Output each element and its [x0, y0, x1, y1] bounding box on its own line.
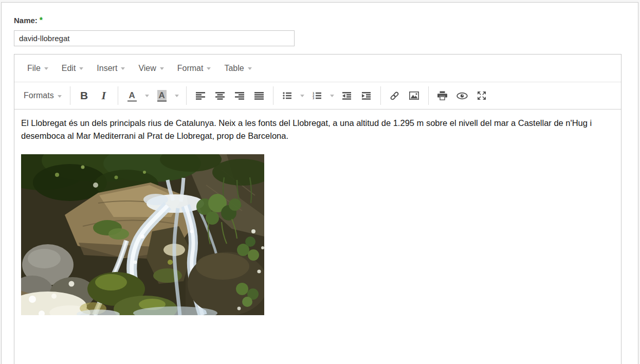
- insert-link-button[interactable]: [386, 87, 404, 104]
- toolbar-group-basic: B I: [70, 86, 118, 105]
- italic-icon: I: [101, 89, 106, 102]
- italic-button[interactable]: I: [95, 87, 113, 104]
- chevron-down-icon: [160, 67, 164, 70]
- text-color-icon: A: [127, 90, 137, 102]
- numbered-list-button[interactable]: 123: [308, 87, 326, 104]
- fullscreen-button[interactable]: [473, 87, 490, 104]
- fullscreen-icon: [477, 91, 486, 100]
- page-frame: Name:* File Edit Insert View Format: [1, 2, 638, 364]
- indent-button[interactable]: [358, 87, 375, 104]
- chevron-down-icon[interactable]: [330, 95, 334, 97]
- bold-icon: B: [80, 89, 88, 102]
- chevron-down-icon[interactable]: [300, 95, 304, 97]
- menu-view-label: View: [138, 64, 156, 73]
- menu-format-label: Format: [177, 64, 204, 73]
- image-icon: [409, 92, 419, 100]
- background-color-button[interactable]: A: [153, 87, 171, 104]
- chevron-down-icon: [121, 67, 125, 70]
- numbered-list-icon: 123: [313, 92, 321, 100]
- name-label: Name:: [14, 16, 38, 25]
- menu-file-label: File: [27, 64, 41, 73]
- bullet-list-button[interactable]: [279, 87, 296, 104]
- formats-label: Formats: [24, 91, 54, 100]
- waterfall-photo[interactable]: [21, 154, 264, 315]
- bold-button[interactable]: B: [76, 87, 93, 104]
- menu-table-label: Table: [224, 64, 244, 73]
- chevron-down-icon: [248, 67, 252, 70]
- align-left-icon: [196, 92, 205, 100]
- menu-format[interactable]: Format: [171, 60, 218, 77]
- toolbar-group-formats: Formats: [15, 86, 70, 105]
- chevron-down-icon: [79, 67, 83, 70]
- chevron-down-icon[interactable]: [175, 95, 179, 97]
- print-button[interactable]: [434, 87, 451, 104]
- chevron-down-icon: [44, 67, 48, 70]
- outdent-icon: [342, 92, 351, 100]
- chevron-down-icon[interactable]: [145, 95, 149, 97]
- chevron-down-icon: [207, 67, 211, 70]
- toolbar-group-lists: 123: [273, 86, 380, 105]
- align-center-icon: [215, 92, 225, 100]
- toolbar-group-insert: [380, 86, 428, 105]
- required-marker: *: [40, 16, 43, 25]
- indent-icon: [362, 92, 371, 100]
- background-color-icon: A: [157, 90, 167, 102]
- name-field-block: Name:*: [14, 16, 638, 46]
- link-icon: [390, 91, 399, 101]
- bullet-list-icon: [283, 92, 291, 100]
- insert-image-button[interactable]: [406, 87, 423, 104]
- menu-edit-label: Edit: [62, 64, 76, 73]
- editor-toolbar: Formats B I A A: [14, 82, 621, 110]
- editor-menubar: File Edit Insert View Format Table: [14, 54, 621, 82]
- preview-button[interactable]: [453, 87, 471, 104]
- menu-edit[interactable]: Edit: [55, 60, 90, 77]
- outdent-button[interactable]: [338, 87, 356, 104]
- print-icon: [437, 91, 447, 100]
- editor-content-area[interactable]: El Llobregat és un dels principals rius …: [14, 110, 621, 364]
- name-input[interactable]: [14, 30, 295, 46]
- preview-eye-icon: [456, 92, 468, 100]
- toolbar-group-align: [186, 86, 273, 105]
- menu-view[interactable]: View: [132, 60, 170, 77]
- toolbar-group-tools: [428, 86, 496, 105]
- menu-insert[interactable]: Insert: [90, 60, 132, 77]
- menu-insert-label: Insert: [97, 64, 117, 73]
- align-justify-button[interactable]: [250, 87, 268, 104]
- menu-table[interactable]: Table: [217, 60, 258, 77]
- chevron-down-icon: [58, 95, 62, 98]
- toolbar-group-colors: A A: [118, 86, 186, 105]
- formats-dropdown[interactable]: Formats: [21, 87, 65, 104]
- align-center-button[interactable]: [211, 87, 229, 104]
- menu-file[interactable]: File: [21, 60, 55, 77]
- align-right-button[interactable]: [231, 87, 248, 104]
- align-left-button[interactable]: [192, 87, 209, 104]
- content-paragraph[interactable]: El Llobregat és un dels principals rius …: [21, 117, 612, 142]
- align-justify-icon: [254, 92, 264, 100]
- svg-text:3: 3: [313, 97, 314, 100]
- text-color-button[interactable]: A: [123, 87, 141, 104]
- rich-text-editor: File Edit Insert View Format Table: [14, 54, 621, 364]
- align-right-icon: [235, 92, 244, 100]
